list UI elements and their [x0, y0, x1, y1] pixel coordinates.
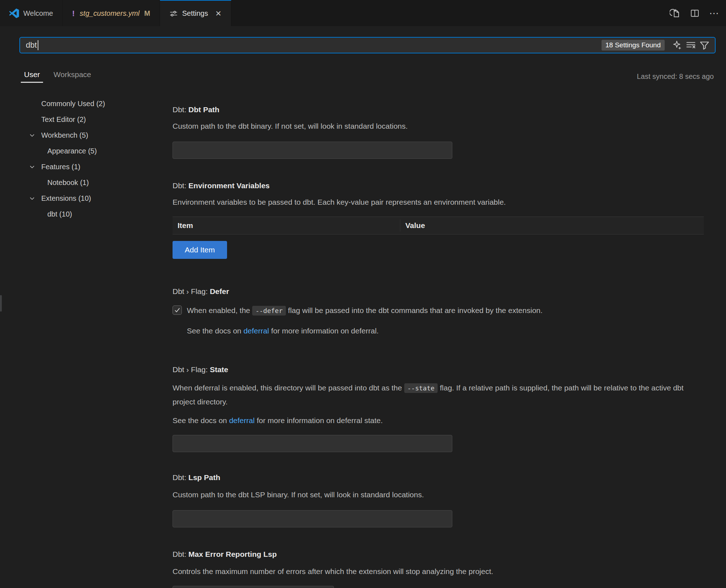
open-settings-json-icon[interactable] — [670, 8, 680, 19]
toc-label: Appearance (5) — [0, 143, 145, 159]
env-variables-table-header: Item Value — [173, 217, 704, 234]
setting-max-error-reporting-lsp: Dbt: Max Error Reporting Lsp Controls th… — [173, 549, 704, 588]
scope-tab-user[interactable]: User — [21, 70, 43, 83]
toc-item-notebook[interactable]: Notebook (1) — [0, 175, 145, 190]
problem-mark: ! — [72, 9, 75, 18]
tab-label: stg_customers.yml — [80, 9, 140, 18]
git-modified-badge: M — [144, 9, 150, 18]
toc-label: Features (1) — [0, 159, 145, 175]
deferral-link[interactable]: deferral — [244, 327, 269, 335]
setting-name: Defer — [210, 287, 229, 295]
setting-title: Dbt: Lsp Path — [173, 473, 704, 483]
setting-name: Lsp Path — [188, 473, 220, 482]
column-header-item: Item — [173, 221, 400, 230]
toc-item-workbench[interactable]: Workbench (5) — [0, 127, 145, 143]
settings-search-input[interactable]: dbt 18 Settings Found — [19, 37, 716, 53]
tab-welcome[interactable]: Welcome — [0, 0, 63, 26]
vscode-window: Welcome ! stg_customers.yml M Settings ✕ — [0, 0, 726, 588]
max-error-reporting-input[interactable] — [173, 586, 334, 588]
docs-line: See the docs on deferral for more inform… — [187, 326, 704, 336]
setting-name: Dbt Path — [188, 105, 219, 114]
setting-title: Dbt › Flag: State — [173, 365, 704, 375]
scope-switcher: User Workspace Last synced: 8 secs ago — [0, 68, 726, 85]
search-query-text: dbt — [26, 41, 37, 50]
scope-tab-workspace[interactable]: Workspace — [50, 70, 94, 83]
setting-description: Controls the maximum number of errors af… — [173, 566, 704, 577]
toc-item-features[interactable]: Features (1) — [0, 159, 145, 175]
settings-search-container: dbt 18 Settings Found — [0, 26, 726, 53]
setting-title: Dbt: Max Error Reporting Lsp — [173, 549, 704, 559]
toc-item-extensions[interactable]: Extensions (10) — [0, 190, 145, 206]
column-header-value: Value — [400, 219, 704, 232]
toc-item-text-editor[interactable]: Text Editor (2) — [0, 112, 145, 127]
defer-checkbox-row: When enabled, the --defer flag will be p… — [173, 305, 704, 316]
settings-sliders-icon — [169, 9, 178, 18]
settings-toc: Commonly Used (2) Text Editor (2) Workbe… — [0, 94, 145, 588]
clear-filters-icon[interactable] — [685, 39, 697, 51]
setting-category: Dbt: — [173, 473, 188, 482]
toc-label: Commonly Used (2) — [0, 96, 145, 112]
defer-checkbox[interactable] — [173, 305, 182, 315]
tab-settings[interactable]: Settings ✕ — [160, 0, 231, 26]
setting-environment-variables: Dbt: Environment Variables Environment v… — [173, 181, 704, 259]
docs-text: See the docs on — [187, 327, 244, 335]
more-actions-icon[interactable]: ⋯ — [709, 8, 720, 19]
setting-title: Dbt: Environment Variables — [173, 181, 704, 191]
dbt-path-input[interactable] — [173, 142, 452, 159]
docs-line: See the docs on deferral for more inform… — [173, 415, 704, 426]
editor-tab-bar: Welcome ! stg_customers.yml M Settings ✕ — [0, 0, 726, 26]
toc-item-dbt[interactable]: dbt (10) — [0, 206, 145, 222]
code-chip: --defer — [252, 306, 286, 316]
sparkle-search-icon[interactable] — [671, 39, 683, 51]
desc-text: When enabled, the — [187, 306, 252, 314]
settings-list: Dbt: Dbt Path Custom path to the dbt bin… — [145, 94, 726, 588]
toc-item-commonly-used[interactable]: Commonly Used (2) — [0, 96, 145, 112]
chevron-down-icon[interactable] — [29, 164, 35, 170]
settings-body: Commonly Used (2) Text Editor (2) Workbe… — [0, 94, 726, 588]
checkbox-check-icon — [174, 307, 180, 313]
lsp-path-input[interactable] — [173, 510, 452, 527]
docs-text: for more information on deferral. — [269, 327, 379, 335]
setting-name: State — [210, 365, 228, 374]
setting-category: Dbt › Flag: — [173, 287, 210, 295]
filter-icon[interactable] — [698, 39, 711, 51]
docs-text: for more information on deferral state. — [255, 416, 383, 425]
last-synced-label: Last synced: 8 secs ago — [637, 72, 714, 81]
setting-category: Dbt › Flag: — [173, 365, 210, 374]
text-cursor — [38, 40, 38, 50]
toc-label: Notebook (1) — [0, 175, 145, 190]
tab-label: Welcome — [23, 9, 53, 18]
add-item-button[interactable]: Add Item — [173, 241, 227, 259]
setting-description: Custom path to the dbt binary. If not se… — [173, 120, 704, 132]
tab-stg-customers-yml[interactable]: ! stg_customers.yml M — [63, 0, 160, 26]
setting-description: When deferral is enabled, this directory… — [173, 381, 704, 409]
setting-description: Custom path to the dbt LSP binary. If no… — [173, 489, 704, 501]
setting-dbt-path: Dbt: Dbt Path Custom path to the dbt bin… — [173, 105, 704, 159]
tab-label: Settings — [182, 9, 208, 18]
vscode-logo — [9, 9, 19, 18]
setting-description: When enabled, the --defer flag will be p… — [187, 305, 543, 316]
deferral-link[interactable]: deferral — [229, 416, 255, 425]
desc-text: flag will be passed into the dbt command… — [286, 306, 543, 314]
results-count-badge: 18 Settings Found — [602, 40, 665, 51]
toc-label: dbt (10) — [0, 206, 145, 222]
setting-category: Dbt: — [173, 181, 188, 190]
setting-category: Dbt: — [173, 105, 188, 114]
setting-title: Dbt: Dbt Path — [173, 105, 704, 115]
chevron-down-icon[interactable] — [29, 132, 35, 138]
setting-title: Dbt › Flag: Defer — [173, 286, 704, 297]
state-path-input[interactable] — [173, 435, 452, 452]
toc-item-appearance[interactable]: Appearance (5) — [0, 143, 145, 159]
toc-label: Workbench (5) — [0, 127, 145, 143]
setting-category: Dbt: — [173, 550, 188, 558]
split-editor-icon[interactable] — [690, 8, 700, 18]
setting-name: Max Error Reporting Lsp — [188, 550, 277, 558]
toc-label: Text Editor (2) — [0, 112, 145, 127]
editor-actions: ⋯ — [670, 0, 726, 26]
close-icon[interactable]: ✕ — [215, 9, 222, 18]
chevron-down-icon[interactable] — [29, 195, 35, 201]
toc-label: Extensions (10) — [0, 190, 145, 206]
setting-flag-defer: Dbt › Flag: Defer When enabled, the --de… — [173, 286, 704, 336]
toc-scrollbar-thumb[interactable] — [0, 295, 2, 312]
setting-flag-state: Dbt › Flag: State When deferral is enabl… — [173, 365, 704, 452]
